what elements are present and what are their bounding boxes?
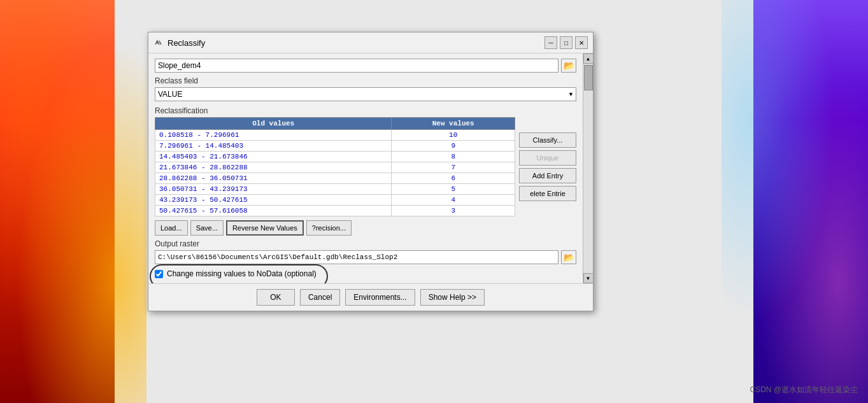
table-cell-new: 6: [392, 173, 515, 184]
table-cell-old: 0.108518 - 7.296961: [155, 130, 392, 141]
ok-button[interactable]: OK: [257, 289, 295, 306]
svg-line-0: [159, 41, 161, 45]
reclassification-label: Reclassification: [155, 106, 576, 115]
folder-icon: 📂: [564, 60, 574, 71]
table-cell-old: 28.862288 - 36.050731: [155, 173, 392, 184]
precision-button[interactable]: ?recision...: [306, 220, 352, 236]
dialog-title: Reclassify: [167, 38, 544, 48]
table-cell-new: 5: [392, 184, 515, 195]
save-button[interactable]: Save...: [190, 220, 224, 236]
cancel-button[interactable]: Cancel: [300, 289, 340, 306]
load-button[interactable]: Load...: [155, 220, 188, 236]
input-field[interactable]: [155, 59, 559, 73]
scroll-thumb[interactable]: [584, 65, 593, 90]
col1-header: Old values: [155, 118, 392, 130]
close-button[interactable]: ✕: [575, 36, 588, 49]
missing-values-checkbox[interactable]: [155, 270, 163, 278]
table-cell-new: 10: [392, 130, 515, 141]
table-row[interactable]: 0.108518 - 7.29696110: [155, 130, 515, 141]
table-cell-new: 9: [392, 141, 515, 152]
table-cell-old: 43.239173 - 50.427615: [155, 195, 392, 206]
browse-button[interactable]: 📂: [561, 59, 576, 73]
watermark: CSDN @逝水如流年轻往返染尘: [750, 385, 858, 395]
unique-button[interactable]: Unique: [519, 150, 576, 166]
checkbox-label: Change missing values to NoData (optiona…: [167, 269, 317, 278]
table-cell-old: 14.485403 - 21.673846: [155, 152, 392, 162]
table-row[interactable]: 7.296961 - 14.4854039: [155, 141, 515, 152]
dialog-content: 📂 Reclass field VALUE Reclassification: [148, 53, 583, 283]
table-cell-old: 50.427615 - 57.616058: [155, 206, 392, 216]
dialog-body: 📂 Reclass field VALUE Reclassification: [148, 53, 593, 283]
dialog-title-icon: [153, 38, 164, 48]
table-cell-new: 8: [392, 152, 515, 162]
table-row[interactable]: 43.239173 - 50.4276154: [155, 195, 515, 206]
output-raster-label: Output raster: [155, 239, 576, 248]
table-row[interactable]: 21.673846 - 28.8622887: [155, 162, 515, 173]
table-cell-new: 4: [392, 195, 515, 206]
scroll-down-arrow[interactable]: ▼: [583, 273, 594, 283]
output-path-field[interactable]: [155, 250, 559, 264]
output-raster-section: Output raster 📂: [155, 239, 576, 264]
maximize-button[interactable]: □: [560, 36, 573, 49]
table-row[interactable]: 36.050731 - 43.2391735: [155, 184, 515, 195]
reclassify-dialog: Reclassify ─ □ ✕ 📂 Reclass field VALUE: [148, 32, 594, 311]
output-browse-button[interactable]: 📂: [561, 250, 576, 264]
table-row[interactable]: 28.862288 - 36.0507316: [155, 173, 515, 184]
table-cell-old: 7.296961 - 14.485403: [155, 141, 392, 152]
table-side-buttons: Classify... Unique Add Entry elete Entri…: [519, 117, 576, 216]
table-row[interactable]: 14.485403 - 21.6738468: [155, 152, 515, 162]
input-row: 📂: [155, 59, 576, 73]
table-cell-new: 7: [392, 162, 515, 173]
checkbox-area: Change missing values to NoData (optiona…: [155, 269, 576, 278]
output-folder-icon: 📂: [564, 253, 574, 262]
minimize-button[interactable]: ─: [544, 36, 557, 49]
table-row[interactable]: 50.427615 - 57.6160583: [155, 206, 515, 216]
reclass-table-wrap: Old values New values 0.108518 - 7.29696…: [155, 117, 515, 216]
dialog-title-controls: ─ □ ✕: [544, 36, 588, 49]
bg-right-blob: [722, 0, 868, 403]
output-path-row: 📂: [155, 250, 576, 264]
reclass-table: Old values New values 0.108518 - 7.29696…: [155, 117, 515, 216]
add-entry-button[interactable]: Add Entry: [519, 168, 576, 183]
reclass-body: Old values New values 0.108518 - 7.29696…: [155, 117, 576, 216]
classify-button[interactable]: Classify...: [519, 132, 576, 148]
dialog-titlebar: Reclassify ─ □ ✕: [148, 32, 593, 53]
table-cell-old: 21.673846 - 28.862288: [155, 162, 392, 173]
reclassification-section: Reclassification Old values New values: [155, 106, 576, 236]
reclass-field-wrapper: VALUE: [155, 87, 576, 101]
dialog-footer: OK Cancel Environments... Show Help >>: [148, 283, 593, 311]
scroll-up-arrow[interactable]: ▲: [583, 53, 594, 64]
environments-button[interactable]: Environments...: [345, 289, 415, 306]
delete-entries-button[interactable]: elete Entrie: [519, 186, 576, 201]
reverse-new-values-button[interactable]: Reverse New Values: [226, 220, 304, 236]
table-bottom-buttons: Load... Save... Reverse New Values ?reci…: [155, 220, 576, 236]
reclass-field-select[interactable]: VALUE: [155, 87, 576, 101]
table-cell-old: 36.050731 - 43.239173: [155, 184, 392, 195]
dialog-scrollbar[interactable]: ▲ ▼: [583, 53, 593, 283]
col2-header: New values: [392, 118, 515, 130]
table-cell-new: 3: [392, 206, 515, 216]
reclass-field-label: Reclass field: [155, 76, 576, 85]
show-help-button[interactable]: Show Help >>: [420, 289, 485, 306]
bg-left-blob: [0, 0, 146, 403]
